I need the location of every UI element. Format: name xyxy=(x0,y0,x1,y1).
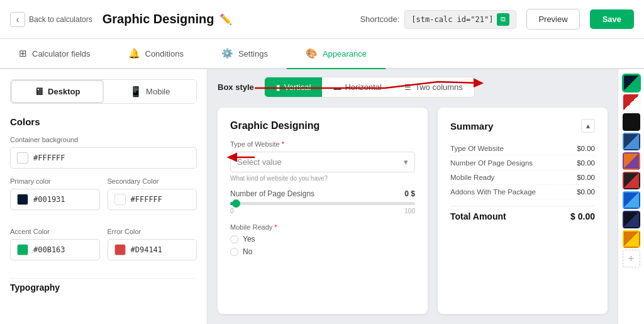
accent-color-swatch xyxy=(17,244,28,255)
summary-row-2: Mobile Ready $0.00 xyxy=(450,170,595,185)
device-toggle: 🖥 Desktop 📱 Mobile xyxy=(10,79,197,104)
accent-color-group: Accent Color #00B163 xyxy=(10,228,100,269)
palette-swatch-8[interactable] xyxy=(623,230,640,248)
summary-row-3: Addons With The Package $0.00 xyxy=(450,185,595,199)
box-opt-two-columns[interactable]: ☰ Two columns xyxy=(393,77,474,97)
shortcode-value: [stm-calc id="21"] ⧉ xyxy=(404,10,516,29)
summary-collapse-btn[interactable]: ▴ xyxy=(581,119,595,133)
vertical-icon: ▮ xyxy=(276,83,280,92)
summary-row-1-amount: $0.00 xyxy=(577,159,595,167)
shortcode-text: [stm-calc id="21"] xyxy=(411,15,493,24)
primary-color-swatch xyxy=(17,194,28,205)
summary-header: Summary ▴ xyxy=(450,119,595,133)
calculator-fields-icon: ⊞ xyxy=(19,48,27,59)
shortcode-area: Shortcode: [stm-calc id="21"] ⧉ xyxy=(360,10,516,29)
secondary-color-value: #FFFFFF xyxy=(131,195,163,204)
error-color-value: #D94141 xyxy=(131,245,163,254)
summary-row-0: Type Of Website $0.00 xyxy=(450,142,595,156)
palette-add-button[interactable]: + xyxy=(623,250,640,267)
summary-total-value: $ 0.00 xyxy=(570,211,595,221)
summary-row-0-amount: $0.00 xyxy=(577,145,595,152)
shortcode-label: Shortcode: xyxy=(360,14,399,24)
primary-color-group: Primary color #001931 xyxy=(10,177,100,219)
two-columns-label: Two columns xyxy=(415,82,463,92)
horizontal-label: Horizontal xyxy=(345,82,382,92)
main-area: 🖥 Desktop 📱 Mobile Colors Container back… xyxy=(0,69,644,324)
container-bg-field: Container background #FFFFFF xyxy=(10,136,197,169)
container-bg-input[interactable]: #FFFFFF xyxy=(10,147,197,169)
accent-color-value: #00B163 xyxy=(33,245,65,254)
primary-color-input[interactable]: #001931 xyxy=(10,189,100,210)
radio-no-label: No xyxy=(243,247,252,256)
box-opt-vertical[interactable]: ▮ Vertical xyxy=(265,77,323,97)
summary-row-2-label: Mobile Ready xyxy=(450,174,494,181)
primary-secondary-colors: Primary color #001931 Secondary Color #F… xyxy=(10,177,197,219)
tab-conditions[interactable]: 🔔 Conditions xyxy=(109,39,203,69)
header: ‹ Back to calculators Graphic Designing … xyxy=(0,0,644,39)
select-placeholder: Select value xyxy=(237,157,282,167)
preview-button[interactable]: Preview xyxy=(526,9,579,30)
primary-color-label: Primary color xyxy=(10,177,100,185)
tab-conditions-label: Conditions xyxy=(145,49,184,59)
app-title-area: Graphic Designing ✏️ xyxy=(103,12,232,26)
slider-track[interactable] xyxy=(230,202,415,205)
palette-swatch-3[interactable] xyxy=(623,133,640,150)
palette-swatch-4[interactable] xyxy=(623,152,640,170)
slider-thumb[interactable] xyxy=(232,199,240,208)
summary-row-3-label: Addons With The Package xyxy=(450,188,536,196)
summary-total-label: Total Amount xyxy=(450,211,506,221)
mobile-btn[interactable]: 📱 Mobile xyxy=(104,80,197,103)
edit-icon[interactable]: ✏️ xyxy=(219,13,232,25)
accent-color-input[interactable]: #00B163 xyxy=(10,239,100,260)
tab-settings[interactable]: ⚙️ Settings xyxy=(203,39,287,69)
tabs-bar: ⊞ Calculator fields 🔔 Conditions ⚙️ Sett… xyxy=(0,39,644,69)
palette-swatch-1[interactable] xyxy=(623,94,640,111)
secondary-color-group: Secondary Color #FFFFFF xyxy=(108,177,197,219)
vertical-label: Vertical xyxy=(284,82,311,92)
save-button[interactable]: Save xyxy=(590,9,634,29)
palette-swatch-7[interactable] xyxy=(623,211,640,228)
horizontal-icon: ▬ xyxy=(333,83,341,92)
summary-row-1-label: Number Of Page Designs xyxy=(450,159,533,167)
accent-error-colors: Accent Color #00B163 Error Color #D94141 xyxy=(10,228,197,269)
copy-icon[interactable]: ⧉ xyxy=(497,13,509,26)
website-type-select[interactable]: Select value ▾ xyxy=(230,152,415,172)
box-style-bar: Box style ▮ Vertical ▬ Horizontal ☰ Two … xyxy=(208,69,618,103)
palette-swatch-2[interactable] xyxy=(623,113,640,131)
palette-swatch-5[interactable] xyxy=(623,172,640,189)
desktop-btn[interactable]: 🖥 Desktop xyxy=(11,80,104,103)
tab-appearance[interactable]: 🎨 Appearance xyxy=(287,39,386,69)
summary-row-1: Number Of Page Designs $0.00 xyxy=(450,156,595,170)
mobile-required-star: * xyxy=(274,223,277,231)
required-star: * xyxy=(282,140,284,148)
radio-no[interactable]: No xyxy=(230,247,415,256)
radio-yes[interactable]: Yes xyxy=(230,235,415,243)
secondary-color-input[interactable]: #FFFFFF xyxy=(108,189,197,210)
colors-section-title: Colors xyxy=(10,116,197,127)
conditions-icon: 🔔 xyxy=(128,48,140,59)
summary-total: Total Amount $ 0.00 xyxy=(450,206,595,221)
summary-row-3-amount: $0.00 xyxy=(577,188,595,196)
palette-swatch-0[interactable] xyxy=(623,74,640,92)
box-style-label: Box style xyxy=(218,82,254,92)
mobile-icon: 📱 xyxy=(130,86,142,98)
tab-settings-label: Settings xyxy=(238,49,268,59)
primary-color-value: #001931 xyxy=(33,195,65,204)
settings-icon: ⚙️ xyxy=(221,48,233,59)
container-bg-swatch xyxy=(17,152,28,164)
sidebar: 🖥 Desktop 📱 Mobile Colors Container back… xyxy=(0,69,208,324)
slider-max: 100 xyxy=(404,208,415,215)
palette-swatch-6[interactable] xyxy=(623,191,640,209)
radio-yes-label: Yes xyxy=(243,235,255,243)
summary-row-0-label: Type Of Website xyxy=(450,145,504,152)
error-color-input[interactable]: #D94141 xyxy=(108,239,197,260)
error-color-group: Error Color #D94141 xyxy=(108,228,197,269)
back-button[interactable]: ‹ Back to calculators xyxy=(10,12,92,27)
tab-calculator-fields[interactable]: ⊞ Calculator fields xyxy=(0,39,109,69)
secondary-color-swatch xyxy=(114,194,126,205)
page-designs-value: 0 $ xyxy=(404,189,415,198)
box-opt-horizontal[interactable]: ▬ Horizontal xyxy=(322,77,393,97)
color-palette-sidebar: + xyxy=(618,69,644,324)
mobile-ready-label: Mobile Ready * xyxy=(230,223,415,231)
mobile-label: Mobile xyxy=(146,87,170,96)
